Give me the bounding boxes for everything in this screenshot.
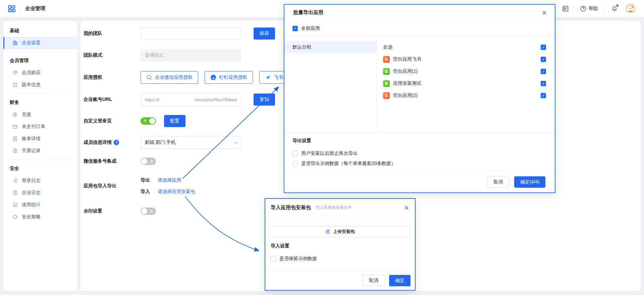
all-apps-row: 全部应用	[284, 21, 555, 36]
confirm-button[interactable]: 确定	[389, 275, 411, 286]
app-row: 空白应用飞书	[377, 53, 555, 65]
export-settings-section: 导出设置 用户安装以后禁止再次导出 是否导出示例数据（每个表单最新20条数据）	[284, 133, 555, 172]
member-info-help-icon[interactable]	[114, 140, 119, 145]
sidebar-item-label: 账单详情	[22, 136, 41, 142]
cancel-button[interactable]: 取消	[487, 176, 509, 188]
invoice-icon	[12, 148, 18, 154]
member-info-label: 成员信息详情	[84, 139, 141, 145]
export-sample-data-checkbox[interactable]	[292, 161, 298, 166]
sidebar-item-invoice-records[interactable]: 开票记录	[3, 145, 77, 157]
save-button[interactable]: 保存	[254, 27, 275, 40]
help-button[interactable]: 帮助	[580, 5, 598, 12]
configure-button[interactable]: 配置	[164, 115, 185, 127]
app-checkbox[interactable]	[541, 57, 546, 62]
keep-sample-data-checkbox[interactable]	[271, 256, 276, 261]
app-name: 应用安装测试	[393, 80, 421, 86]
sidebar-section-finance: 财务	[3, 97, 77, 109]
sidebar-item-version-info[interactable]: 版本信息	[3, 79, 77, 91]
import-modal-header: 导入应用包安装包 导入应用包安装文件	[265, 199, 415, 217]
copy-button[interactable]: 复制	[254, 94, 275, 106]
sidebar-item-label: 未支付订单	[22, 124, 45, 130]
sidebar-item-login-logs[interactable]: 登录日志	[3, 175, 77, 187]
sidebar-item-member-purchase[interactable]: 会员购买	[3, 67, 77, 79]
wechat-service-toggle[interactable]: 关	[141, 158, 156, 165]
wechat-work-auth-label: 企业微信应用授权	[155, 74, 193, 80]
group-item-default[interactable]: 默认分组	[284, 41, 377, 53]
sidebar-item-label: 企业设置	[22, 40, 41, 46]
header-divider	[20, 6, 20, 12]
all-apps-label: 全部应用	[301, 25, 320, 32]
app-package-label: 应用包导入导出	[84, 183, 141, 189]
corp-url-suffix: m/corp/url/5ca769ea4e27...	[195, 97, 237, 102]
sidebar-section-membership: 会员管理	[3, 55, 77, 67]
corp-url-prefix: https://t	[145, 97, 159, 102]
all-apps-checkbox[interactable]	[292, 26, 298, 31]
app-row: 应用安装测试	[377, 77, 555, 90]
watermark-toggle[interactable]: 关	[141, 208, 156, 215]
confirm-button[interactable]: 确定(4/4)	[514, 176, 545, 188]
sidebar-item-enterprise-settings[interactable]: 企业设置	[3, 37, 77, 49]
keep-sample-data-label: 是否保留示例数据	[279, 256, 317, 262]
sidebar-item-company-logs[interactable]: 企业日志	[3, 187, 77, 199]
corp-url-field[interactable]: https://t m/corp/url/5ca769ea4e27...	[141, 93, 241, 106]
dingtalk-icon	[210, 74, 216, 80]
header-divider	[574, 6, 574, 12]
sidebar-divider	[8, 160, 72, 160]
select-app-link[interactable]: 请选择应用	[158, 177, 181, 183]
wechat-service-label: 微信服务号集成	[84, 158, 141, 164]
security-policy-icon	[12, 214, 18, 220]
sidebar-item-label: 安全策略	[22, 214, 41, 220]
wechat-work-auth-button[interactable]: 企业微信应用授权	[141, 71, 198, 84]
sidebar-item-label: 版本信息	[22, 82, 41, 88]
sidebar-item-label: 使用统计	[22, 202, 41, 208]
member-info-select[interactable]: 邮箱,部门,手机	[141, 136, 241, 149]
toggle-knob	[141, 208, 147, 214]
select-all-row: 全选	[377, 41, 555, 53]
version-icon	[12, 82, 18, 87]
close-icon[interactable]	[404, 205, 410, 211]
dingtalk-auth-button[interactable]: 钉钉应用授权	[205, 71, 253, 84]
member-info-label-text: 成员信息详情	[84, 139, 112, 145]
import-option-row: 是否保留示例数据	[271, 254, 410, 264]
sidebar-item-security-policy[interactable]: 安全策略	[3, 211, 77, 223]
app-checkbox[interactable]	[541, 69, 546, 74]
notifications-button[interactable]	[611, 5, 618, 13]
cancel-button[interactable]: 取消	[363, 275, 385, 286]
custom-login-toggle[interactable]: 开	[141, 117, 156, 125]
notification-dot	[616, 4, 619, 7]
custom-login-label: 自定义登录页	[84, 118, 141, 124]
select-all-checkbox[interactable]	[541, 45, 546, 50]
forbid-reexport-checkbox[interactable]	[292, 151, 298, 156]
select-package-link[interactable]: 请选择应用安装包	[158, 189, 195, 195]
team-mode-label: 团队模式	[84, 52, 141, 58]
wechat-work-icon	[146, 74, 152, 80]
export-settings-title: 导出设置	[292, 138, 547, 144]
contacts-icon[interactable]	[562, 5, 569, 12]
sidebar-item-usage-stats[interactable]: 使用统计	[3, 199, 77, 211]
toggle-off-label: 关	[150, 159, 153, 164]
app-checkbox[interactable]	[541, 93, 546, 98]
app-icon-orange	[383, 92, 390, 99]
apps-grid-logo-icon[interactable]	[8, 5, 15, 12]
bill-icon	[12, 136, 18, 141]
team-name-input[interactable]	[141, 27, 241, 40]
sidebar-item-bill-details[interactable]: 账单详情	[3, 133, 77, 145]
group-label: 默认分组	[292, 44, 311, 50]
import-modal-footer: 取消 确定	[265, 271, 415, 290]
chevron-down-icon	[234, 140, 238, 144]
app-name: 空白应用(2)	[393, 93, 418, 99]
sidebar-item-recharge[interactable]: 充值	[3, 109, 77, 121]
export-line: 导出 请选择应用	[141, 175, 195, 186]
batch-export-modal: 批量导出应用 全部应用 默认分组 全选	[284, 4, 555, 193]
sidebar-item-label: 充值	[22, 112, 31, 118]
app-checkbox[interactable]	[541, 81, 546, 86]
upload-package-button[interactable]: 上传安装包	[270, 226, 411, 237]
app-row: 空白应用(2)	[377, 90, 555, 102]
close-icon[interactable]	[541, 10, 547, 16]
sidebar-item-unpaid-orders[interactable]: 未支付订单	[3, 121, 77, 133]
apps-pane: 全选 空白应用飞书 空白应用(1)	[377, 37, 555, 133]
diamond-icon	[12, 70, 18, 75]
toggle-off-label: 关	[150, 209, 153, 214]
export-sublabel: 导出	[141, 177, 158, 183]
avatar[interactable]	[625, 3, 636, 14]
